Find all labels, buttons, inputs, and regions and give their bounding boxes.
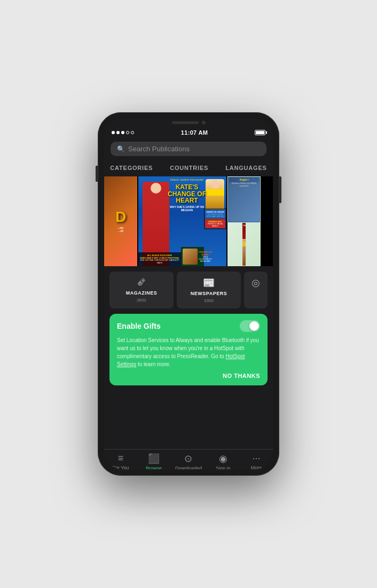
btn-newspapers[interactable]: 📰 NEWSPAPERS 3300 (177, 272, 241, 308)
gifts-title: Enable Gifts (117, 322, 161, 330)
dot-2 (116, 131, 120, 134)
status-right (255, 130, 265, 135)
carousel-left[interactable]: D ...ow. ...16 (104, 176, 137, 266)
downloaded-icon: ⊙ (184, 453, 192, 465)
camera-dot (202, 121, 206, 125)
carousel-right[interactable]: Angat t Release of Rody, Leni SALNs susp… (227, 176, 261, 266)
no-thanks-button[interactable]: NO THANKS (223, 373, 260, 379)
mag-cover-right: Angat t Release of Rody, Leni SALNs susp… (227, 176, 261, 266)
battery-fill (256, 131, 264, 134)
tab-countries[interactable]: COUNTRIES (161, 163, 217, 173)
browse-icon: ⬛ (148, 453, 160, 465)
tab-languages[interactable]: LANGUAGES (217, 163, 273, 173)
nav-browse[interactable]: ⬛ Browse (142, 453, 166, 469)
screen-content: 🔍 Search Publications CATEGORIES COUNTRI… (104, 138, 273, 469)
newspapers-label: NEWSPAPERS (191, 291, 227, 296)
newspapers-icon: 📰 (203, 277, 215, 289)
more-label: More (251, 465, 262, 469)
dot-3 (121, 131, 124, 134)
search-container: 🔍 Search Publications (104, 138, 273, 160)
for-you-icon: ≡ (118, 453, 124, 464)
status-time: 11:07 AM (181, 129, 208, 136)
mag-cover-left: D ...ow. ...16 (104, 176, 137, 266)
magazines-count: 3832 (137, 298, 146, 303)
dot-5 (131, 131, 134, 134)
btn-more-cats[interactable]: ◎ (244, 272, 268, 308)
category-row: 🗞 MAGAZINES 3832 📰 NEWSPAPERS 3300 ◎ (104, 266, 273, 312)
magazines-icon: 🗞 (137, 277, 146, 288)
search-icon: 🔍 (117, 145, 125, 153)
enable-gifts-toggle[interactable] (240, 320, 260, 332)
phone-top-bar (104, 119, 273, 126)
filter-tabs: CATEGORIES COUNTRIES LANGUAGES (104, 160, 273, 176)
sign-in-label: Sign in (216, 466, 231, 469)
status-bar: 11:07 AM (104, 126, 273, 138)
nav-for-you[interactable]: ≡ For You (109, 453, 132, 469)
speaker-grill (172, 121, 199, 124)
gifts-footer: NO THANKS (117, 373, 260, 379)
toggle-knob (249, 321, 259, 331)
btn-magazines[interactable]: 🗞 MAGAZINES 3832 (109, 272, 174, 308)
for-you-label: For You (112, 465, 129, 469)
downloaded-label: Downloaded (175, 466, 202, 469)
mag-cover-center: GRACE UNDER PRESSURE KATE'S CHANGE OF HE… (138, 176, 226, 266)
tab-categories[interactable]: CATEGORIES (104, 163, 161, 173)
battery-icon (255, 130, 265, 135)
camera-area (172, 121, 206, 125)
nav-downloaded[interactable]: ⊙ Downloaded (175, 453, 202, 469)
phone-device: 11:07 AM 🔍 Search Publications CATEGORIE… (98, 112, 279, 476)
newspapers-count: 3300 (204, 298, 214, 303)
search-placeholder: Search Publications (128, 145, 190, 153)
dot-1 (112, 131, 115, 134)
browse-label: Browse (146, 466, 162, 469)
dot-4 (126, 131, 129, 134)
gifts-body: Set Location Services to Always and enab… (117, 336, 260, 368)
nav-more[interactable]: ··· More (245, 453, 268, 469)
hotspot-link[interactable]: HotSpot Settings (117, 353, 245, 367)
gifts-header: Enable Gifts (117, 320, 260, 332)
search-bar[interactable]: 🔍 Search Publications (111, 142, 266, 156)
more-icon: ··· (252, 453, 260, 464)
more-cats-icon: ◎ (252, 277, 260, 289)
carousel-center[interactable]: GRACE UNDER PRESSURE KATE'S CHANGE OF HE… (138, 176, 226, 266)
bottom-nav: ≡ For You ⬛ Browse ⊙ Downloaded ◉ Sign i… (104, 449, 273, 469)
nav-sign-in[interactable]: ◉ Sign in (211, 453, 235, 469)
sign-in-icon: ◉ (219, 453, 227, 465)
phone-screen: 11:07 AM 🔍 Search Publications CATEGORIE… (104, 119, 273, 469)
magazines-label: MAGAZINES (126, 290, 158, 296)
gifts-card: Enable Gifts Set Location Services to Al… (109, 314, 268, 385)
magazines-carousel[interactable]: D ...ow. ...16 (104, 176, 273, 266)
signal-dots (112, 131, 134, 134)
